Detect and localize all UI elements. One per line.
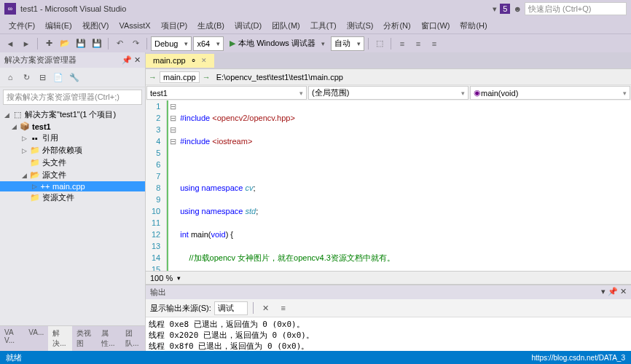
path-full: E:\opencv_test\test1\test1\main.cpp [213,73,628,82]
menu-help[interactable]: 帮助(H) [455,19,491,33]
output-source-select[interactable]: 调试 [214,301,248,315]
output-title: 输出 [150,287,166,298]
window-title: test1 - Microsoft Visual Studio [20,4,493,13]
fold-gutter: ⊟ ⊟ ⊟ ⊟ [167,100,177,271]
maincpp-node[interactable]: main.cpp [52,182,85,191]
extdep-node[interactable]: 外部依赖项 [42,145,82,156]
menu-test[interactable]: 测试(S) [342,19,378,33]
tb-icon[interactable]: ⬚ [372,36,387,51]
quick-launch[interactable]: 快速启动 (Ctrl+Q) [525,2,627,15]
feedback-icon[interactable]: ☻ [513,4,522,13]
start-debug-button[interactable]: ▶本地 Windows 调试器▾ [225,36,329,51]
resource-node[interactable]: 资源文件 [42,192,74,203]
menu-bar: 文件(F) 编辑(E) 视图(V) VAssistX 项目(P) 生成(B) 调… [0,17,631,33]
config-select[interactable]: Debug [151,36,192,51]
output-from-label: 显示输出来源(S): [150,303,211,314]
menu-vassist[interactable]: VAssistX [114,20,154,31]
new-icon[interactable]: ✚ [42,36,56,51]
refs-node[interactable]: 引用 [42,132,58,143]
status-right: https://blog.csdn.net/DATA_3 [531,354,625,362]
tab-pin-icon[interactable]: ⚬ [190,56,197,66]
line-gutter: 123456789101112131415161718192021 [146,100,167,271]
menu-debug[interactable]: 调试(D) [230,19,266,33]
wrap-icon[interactable]: ≡ [276,301,291,315]
nav-scope[interactable]: (全局范围) [308,86,469,100]
sbtab-props[interactable]: 属性... [97,326,121,351]
redo-icon[interactable]: ↷ [128,36,143,51]
notify-icon[interactable]: ▾ [493,4,497,14]
nav-fwd-icon[interactable]: ► [19,36,34,51]
toolbar: ◄ ► ✚ 📂 💾 💾 ↶ ↷ Debug x64 ▶本地 Windows 调试… [0,33,631,52]
show-all-icon[interactable]: 📄 [51,70,66,84]
menu-tools[interactable]: 工具(T) [306,19,341,33]
save-icon[interactable]: 💾 [74,36,88,51]
folder-icon: 📁 [30,158,40,167]
output-close-icon[interactable]: ▾ 📌 ✕ [601,287,627,298]
menu-file[interactable]: 文件(F) [4,19,39,33]
folder-icon: 📁 [30,193,40,202]
project-node[interactable]: test1 [32,122,51,131]
solution-node[interactable]: 解决方案"test1"(1 个项目) [25,109,116,120]
nav-func[interactable]: ◉ main(void) [470,86,630,100]
platform-select[interactable]: x64 [193,36,224,51]
menu-project[interactable]: 项目(P) [157,19,192,33]
menu-build[interactable]: 生成(B) [193,19,229,33]
properties-icon[interactable]: 🔧 [67,70,82,84]
code-area[interactable]: #include <opencv2/opencv.hpp> #include <… [177,100,631,271]
headers-node[interactable]: 头文件 [42,157,66,168]
open-icon[interactable]: 📂 [58,36,72,51]
sbtab-vaview[interactable]: VA V... [0,326,24,351]
pin-icon[interactable]: 📌 ✕ [122,55,141,65]
undo-icon[interactable]: ↶ [112,36,127,51]
refresh-icon[interactable]: ↻ [19,70,34,84]
tb-icon[interactable]: ≡ [395,36,409,51]
nav-back-icon[interactable]: ◄ [3,36,17,51]
sbtab-class[interactable]: 类视图 [72,326,97,351]
sbtab-va[interactable]: VA... [24,326,48,351]
vs-badge[interactable]: 5 [500,4,510,14]
collapse-icon[interactable]: ⊟ [35,70,50,84]
nav-arrow-icon[interactable]: → [203,73,211,82]
menu-edit[interactable]: 编辑(E) [41,19,77,33]
sbtab-solution[interactable]: 解决... [48,326,72,351]
vs-logo-icon: ∞ [4,3,16,15]
sbtab-team[interactable]: 团队... [121,326,145,351]
menu-team[interactable]: 团队(M) [267,19,305,33]
extdep-icon: 📁 [30,146,40,155]
nav-arrow-icon[interactable]: → [149,73,157,82]
status-text: 就绪 [6,352,22,363]
source-node[interactable]: 源文件 [42,170,66,181]
tb-icon[interactable]: ≡ [411,36,426,51]
save-all-icon[interactable]: 💾 [90,36,104,51]
project-icon: 📦 [20,122,30,131]
solution-icon: ⬚ [12,110,23,119]
cpp-icon: ++ [40,182,50,191]
clear-icon[interactable]: ✕ [259,301,273,315]
menu-view[interactable]: 视图(V) [78,19,114,33]
output-text[interactable]: 线程 0xe8 已退出，返回值为 0 (0x0)。 线程 0x2020 已退出，… [146,317,631,351]
solution-explorer-title: 解决方案资源管理器 [4,55,77,66]
editor-tab-maincpp[interactable]: main.cpp ⚬ ✕ [146,54,214,68]
home-icon[interactable]: ⌂ [3,70,17,84]
menu-analyze[interactable]: 分析(N) [379,19,415,33]
solution-search[interactable]: 搜索解决方案资源管理器(Ctrl+;) [3,90,142,105]
solution-tree: ◢⬚解决方案"test1"(1 个项目) ◢📦test1 ▷▪▪引用 ▷📁外部依… [0,107,145,325]
tab-close-icon[interactable]: ✕ [201,57,207,64]
play-icon: ▶ [230,39,235,48]
folder-icon: 📂 [30,170,40,180]
zoom-level[interactable]: 100 % [150,274,173,282]
nav-project[interactable]: test1 [146,86,307,100]
auto-select[interactable]: 自动 [331,36,364,51]
tb-icon[interactable]: ≡ [427,36,442,51]
menu-window[interactable]: 窗口(W) [417,19,455,33]
refs-icon: ▪▪ [30,134,40,143]
path-file[interactable]: main.cpp [160,71,200,83]
